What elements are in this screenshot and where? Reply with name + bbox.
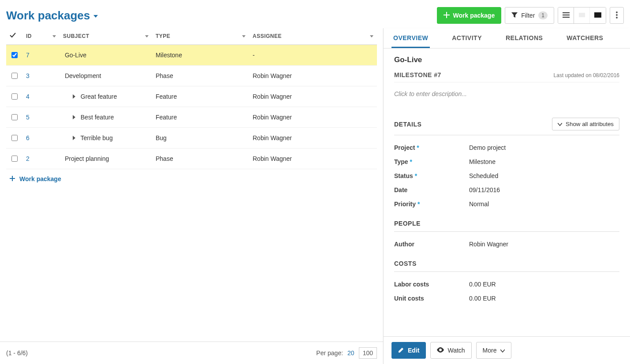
attr-value[interactable]: Scheduled <box>469 172 498 179</box>
table-row[interactable]: 6 Terrible bug Bug Robin Wagner <box>6 128 377 149</box>
row-id-link[interactable]: 3 <box>26 72 30 79</box>
row-checkbox[interactable] <box>11 114 18 120</box>
view-timeline-button[interactable] <box>590 7 606 23</box>
row-subject: Best feature <box>81 114 114 121</box>
svg-rect-1 <box>594 12 601 18</box>
per-page-100[interactable]: 100 <box>359 347 377 359</box>
attr-value[interactable]: Demo project <box>469 144 506 151</box>
col-type[interactable]: TYPE <box>152 28 249 45</box>
row-subject: Great feature <box>81 93 117 100</box>
expand-icon[interactable] <box>73 94 75 99</box>
row-assignee: Robin Wagner <box>253 72 292 79</box>
attr-label: Project * <box>394 144 469 151</box>
attr-label: Date <box>394 186 469 193</box>
col-assignee[interactable]: ASSIGNEE <box>249 28 377 45</box>
more-menu-button[interactable] <box>610 7 624 24</box>
svg-rect-0 <box>579 13 585 17</box>
row-checkbox[interactable] <box>11 93 18 100</box>
chevron-down-icon[interactable] <box>52 35 56 37</box>
show-all-attributes-button[interactable]: Show all attributes <box>552 118 619 130</box>
edit-button[interactable]: Edit <box>391 342 426 359</box>
chevron-down-icon[interactable] <box>242 35 246 37</box>
work-package-table: ID SUBJECT TYPE <box>6 28 377 169</box>
plus-icon <box>444 12 450 19</box>
svg-point-3 <box>616 14 618 16</box>
view-cards-button[interactable] <box>574 7 590 23</box>
filter-label: Filter <box>521 12 535 19</box>
svg-point-2 <box>616 11 618 13</box>
row-checkbox[interactable] <box>11 135 18 141</box>
tab-activity[interactable]: ACTIVITY <box>450 28 484 48</box>
tab-relations[interactable]: RELATIONS <box>504 28 544 48</box>
create-work-package-button[interactable]: Work package <box>437 7 502 24</box>
table-row[interactable]: 5 Best feature Feature Robin Wagner <box>6 107 377 128</box>
page-title-dropdown[interactable]: Work packages <box>6 9 98 22</box>
cards-icon <box>578 12 585 19</box>
col-check[interactable] <box>6 28 22 45</box>
row-id-link[interactable]: 5 <box>26 114 30 121</box>
tab-watchers[interactable]: WATCHERS <box>565 28 605 48</box>
result-range: (1 - 6/6) <box>6 349 28 357</box>
row-checkbox[interactable] <box>11 156 18 162</box>
row-checkbox[interactable] <box>11 52 18 58</box>
col-id[interactable]: ID <box>22 28 60 45</box>
add-work-package-inline[interactable]: Work package <box>6 169 377 189</box>
filter-button[interactable]: Filter 1 <box>505 7 554 24</box>
col-subject[interactable]: SUBJECT <box>60 28 152 45</box>
attr-value[interactable]: Robin Wagner <box>469 241 508 248</box>
detail-updated: Last updated on 08/02/2016 <box>554 72 619 78</box>
row-type: Feature <box>156 114 177 121</box>
attr-label: Author <box>394 241 469 248</box>
expand-icon[interactable] <box>73 136 75 140</box>
detail-title[interactable]: Go-Live <box>394 53 619 71</box>
attr-label: Unit costs <box>394 295 469 302</box>
filter-icon <box>511 12 518 19</box>
per-page-20[interactable]: 20 <box>347 349 354 357</box>
table-row[interactable]: 7 Go-Live Milestone - <box>6 45 377 66</box>
attr-label: Priority * <box>394 201 469 208</box>
attr-value[interactable]: Milestone <box>469 158 496 165</box>
chevron-down-icon[interactable] <box>145 35 149 37</box>
row-subject: Project planning <box>65 155 109 162</box>
watch-button[interactable]: Watch <box>430 342 471 359</box>
attr-value[interactable]: 09/11/2016 <box>469 186 500 193</box>
row-subject: Go-Live <box>65 52 86 59</box>
attr-value[interactable]: Normal <box>469 201 489 208</box>
attr-value[interactable]: 0.00 EUR <box>469 281 496 288</box>
row-assignee: Robin Wagner <box>253 114 292 121</box>
row-type: Feature <box>156 93 177 100</box>
row-id-link[interactable]: 7 <box>26 52 30 59</box>
row-type: Milestone <box>156 52 182 59</box>
row-type: Bug <box>156 134 167 141</box>
row-id-link[interactable]: 4 <box>26 93 30 100</box>
table-row[interactable]: 4 Great feature Feature Robin Wagner <box>6 86 377 107</box>
svg-point-4 <box>616 17 618 19</box>
eye-icon <box>437 347 444 354</box>
tab-overview[interactable]: OVERVIEW <box>391 28 430 48</box>
row-type: Phase <box>156 72 173 79</box>
view-list-button[interactable] <box>558 7 574 23</box>
attr-label: Status * <box>394 172 469 179</box>
description-field[interactable]: Click to enter description... <box>394 87 619 109</box>
row-subject: Terrible bug <box>81 134 113 141</box>
chevron-down-icon[interactable] <box>370 35 373 37</box>
table-row[interactable]: 2 Project planning Phase Robin Wagner <box>6 149 377 169</box>
list-icon <box>563 12 570 19</box>
page-title: Work packages <box>6 9 90 22</box>
row-id-link[interactable]: 2 <box>26 155 30 162</box>
filter-count-badge: 1 <box>538 11 548 19</box>
table-row[interactable]: 3 Development Phase Robin Wagner <box>6 66 377 86</box>
more-button[interactable]: More <box>476 342 511 359</box>
row-checkbox[interactable] <box>11 73 18 79</box>
check-icon <box>10 33 16 39</box>
pencil-icon <box>398 347 404 354</box>
per-page-label: Per page: <box>316 349 343 357</box>
row-id-link[interactable]: 6 <box>26 134 30 141</box>
section-people-heading: PEOPLE <box>394 220 421 227</box>
detail-type-id: MILESTONE #7 <box>394 71 441 78</box>
chevron-down-icon <box>500 347 505 354</box>
attr-value[interactable]: 0.00 EUR <box>469 295 496 302</box>
expand-icon[interactable] <box>73 115 75 119</box>
add-work-package-label: Work package <box>19 175 61 182</box>
attr-label: Type * <box>394 158 469 165</box>
